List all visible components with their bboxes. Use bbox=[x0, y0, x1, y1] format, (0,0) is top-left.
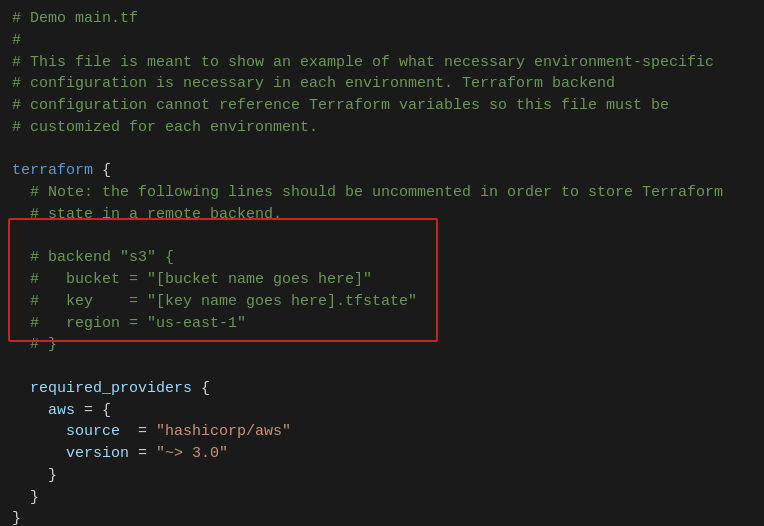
code-editor: # Demo main.tf # # This file is meant to… bbox=[0, 0, 764, 526]
line-17 bbox=[12, 356, 752, 378]
line-19: aws = { bbox=[12, 400, 752, 422]
line-10: # state in a remote backend. bbox=[12, 204, 752, 226]
line-2: # bbox=[12, 30, 752, 52]
line-7 bbox=[12, 139, 752, 161]
line-12: # backend "s3" { bbox=[12, 247, 752, 269]
line-9: # Note: the following lines should be un… bbox=[12, 182, 752, 204]
line-8: terraform { bbox=[12, 160, 752, 182]
line-18: required_providers { bbox=[12, 378, 752, 400]
line-20: source = "hashicorp/aws" bbox=[12, 421, 752, 443]
line-13: # bucket = "[bucket name goes here]" bbox=[12, 269, 752, 291]
line-4: # configuration is necessary in each env… bbox=[12, 73, 752, 95]
line-22: } bbox=[12, 465, 752, 487]
line-14: # key = "[key name goes here].tfstate" bbox=[12, 291, 752, 313]
line-23: } bbox=[12, 487, 752, 509]
line-16: # } bbox=[12, 334, 752, 356]
line-3: # This file is meant to show an example … bbox=[12, 52, 752, 74]
line-5: # configuration cannot reference Terrafo… bbox=[12, 95, 752, 117]
line-15: # region = "us-east-1" bbox=[12, 313, 752, 335]
line-21: version = "~> 3.0" bbox=[12, 443, 752, 465]
line-11 bbox=[12, 226, 752, 248]
line-24: } bbox=[12, 508, 752, 526]
line-6: # customized for each environment. bbox=[12, 117, 752, 139]
line-1: # Demo main.tf bbox=[12, 8, 752, 30]
